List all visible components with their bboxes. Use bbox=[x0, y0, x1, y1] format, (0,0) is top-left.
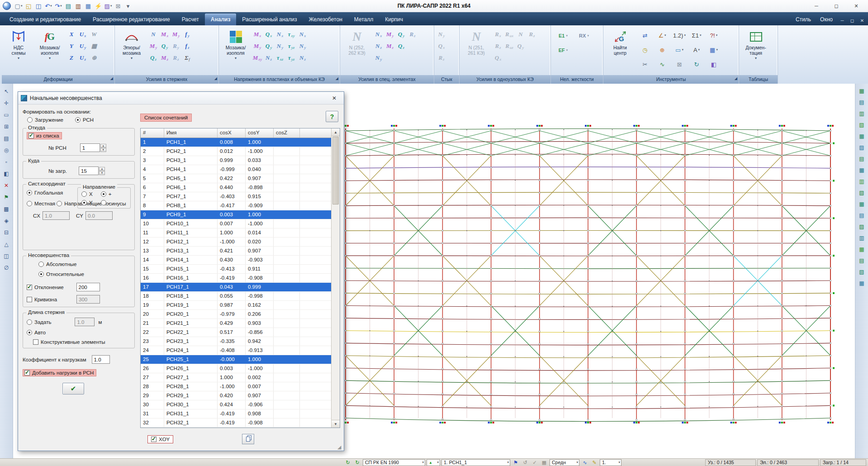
ribbon-tab-расширенный-анализ[interactable]: Расширенный анализ bbox=[236, 14, 303, 25]
scroll-up-icon[interactable]: ▲ bbox=[332, 128, 340, 136]
table-row-31[interactable]: 31РСН31_1-0.4190.908 bbox=[141, 409, 331, 418]
restore-icon[interactable]: ◻ bbox=[826, 0, 846, 12]
triangle-icon[interactable]: △ bbox=[2, 239, 11, 249]
doc-restore-icon[interactable]: ◻ bbox=[847, 15, 857, 25]
ribbon-letter-τxy[interactable]: τxy bbox=[286, 28, 297, 39]
from-list-checkbox[interactable]: из списка bbox=[27, 132, 62, 139]
tool-icon-11[interactable]: ✂ bbox=[636, 57, 654, 71]
add-loads-checkbox[interactable]: Добавить нагрузки в РСН bbox=[23, 369, 96, 376]
ribbon-tab-расчет[interactable]: Расчет bbox=[176, 14, 205, 25]
mode-select[interactable]: ▲▾ bbox=[427, 459, 440, 466]
coef-input[interactable]: 1.0 bbox=[92, 355, 110, 364]
app-logo-icon[interactable] bbox=[3, 2, 11, 10]
table-row-10[interactable]: 10РСН10_10.007-1.000 bbox=[141, 219, 331, 228]
tool-icon-3[interactable]: 1.2)▾ bbox=[671, 28, 688, 43]
ribbon-letter-Qz[interactable]: Qz bbox=[148, 52, 159, 63]
table-row-6[interactable]: 6РСН6_10.440-0.898 bbox=[141, 183, 331, 192]
doc-minimize-icon[interactable]: ─ bbox=[837, 15, 847, 25]
group-launcher-icon[interactable]: ◢ bbox=[214, 75, 217, 83]
table-disp-icon[interactable]: ▤ bbox=[857, 154, 867, 163]
ribbon-letter-Mx[interactable]: Mx bbox=[252, 28, 263, 39]
table-row-30[interactable]: 30РСН30_10.424-0.906 bbox=[141, 400, 331, 409]
column-header-cosY[interactable]: cosY bbox=[246, 128, 274, 138]
stiffness-ef-button[interactable]: EF▾ bbox=[553, 43, 574, 57]
tool-icon-15[interactable]: ◧ bbox=[705, 57, 722, 71]
ribbon-letter-Qy[interactable]: Qy bbox=[515, 40, 526, 51]
table-concrete-icon[interactable]: ▨ bbox=[857, 222, 867, 231]
ribbon-letter-X[interactable]: X bbox=[66, 28, 77, 39]
table-export-icon[interactable]: ▦ bbox=[857, 244, 867, 254]
radio-set-length[interactable]: Задать bbox=[27, 319, 51, 325]
empty-set-icon[interactable]: ∅ bbox=[2, 263, 11, 272]
ribbon-letter-My[interactable]: My bbox=[171, 28, 181, 39]
apply-button[interactable]: ✔ bbox=[62, 383, 84, 395]
ribbon-letter-My[interactable]: My bbox=[148, 40, 159, 51]
grid-state-icon[interactable]: ▦ bbox=[540, 459, 548, 466]
constructive-checkbox[interactable]: Конструктивные элементы bbox=[33, 339, 105, 345]
table-results-icon[interactable]: ▧ bbox=[857, 120, 867, 129]
column-header-#[interactable]: # bbox=[141, 128, 164, 138]
ribbon-letter-τxz[interactable]: τxz bbox=[275, 52, 285, 63]
average-select[interactable]: Средн▾ bbox=[550, 459, 579, 466]
deviation-checkbox[interactable]: Отклонение bbox=[27, 285, 64, 290]
table-row-24[interactable]: 24РСН24_1-0.408-0.913 bbox=[141, 346, 331, 355]
table-row-3[interactable]: 3РСН3_10.9990.033 bbox=[141, 156, 331, 165]
ribbon-tab-анализ[interactable]: Анализ bbox=[205, 14, 237, 25]
ribbon-letter-Nz[interactable]: Nz bbox=[263, 52, 274, 63]
table-row-29[interactable]: 29РСН29_10.4200.907 bbox=[141, 391, 331, 400]
ribbon-letter-Nx[interactable]: Nx bbox=[275, 28, 285, 39]
ribbon-letter-⊕[interactable]: ⊕ bbox=[89, 52, 100, 63]
dialog-title-bar[interactable]: Начальные несовершенства ✕ bbox=[18, 92, 344, 105]
half-view-icon[interactable]: ◧ bbox=[2, 169, 11, 178]
hatch-icon[interactable]: ▩ bbox=[2, 204, 11, 214]
table-row-5[interactable]: 5РСН5_10.4220.907 bbox=[141, 174, 331, 183]
table-row-21[interactable]: 21РСН21_10.4290.903 bbox=[141, 319, 331, 328]
ribbon-letter-Qy[interactable]: Qy bbox=[263, 40, 274, 51]
norm-select[interactable]: СП РК EN 1990▾ bbox=[363, 459, 425, 466]
table-row-13[interactable]: 13РСН13_10.4210.907 bbox=[141, 247, 331, 256]
group-launcher-icon[interactable]: ◢ bbox=[735, 75, 737, 83]
radio-relative[interactable]: Относительные bbox=[38, 271, 84, 277]
ribbon-letter-Ux[interactable]: Ux bbox=[77, 28, 88, 39]
table-doc-icon[interactable]: ▥ bbox=[857, 233, 867, 243]
table-print-icon[interactable]: ▧ bbox=[857, 267, 867, 276]
ribbon-letter-Mxy[interactable]: Mxy bbox=[252, 52, 263, 63]
frame-icon[interactable]: ▭ bbox=[2, 110, 11, 119]
doc-close-icon[interactable]: ✕ bbox=[857, 15, 867, 25]
stiffness-e1-button[interactable]: E1▾ bbox=[553, 29, 574, 43]
tab-style[interactable]: Стиль bbox=[791, 14, 816, 25]
table-row-19[interactable]: 19РСН19_10.9870.162 bbox=[141, 301, 331, 310]
table-row-26[interactable]: 26РСН26_10.003-1.000 bbox=[141, 364, 331, 373]
table-row-2[interactable]: 2РСН2_10.012-1.000 bbox=[141, 147, 331, 156]
ribbon-letter-Ny[interactable]: Ny bbox=[436, 28, 447, 39]
table-import-icon[interactable]: ▤ bbox=[857, 256, 867, 265]
ribbon-tab-кирпич[interactable]: Кирпич bbox=[379, 14, 409, 25]
ribbon-letter-fy[interactable]: fy bbox=[182, 28, 193, 39]
tool-icon-2[interactable]: ∠▾ bbox=[654, 28, 671, 43]
table-row-15[interactable]: 15РСН15_1-0.4130.911 bbox=[141, 265, 331, 274]
radio-rsn[interactable]: РСН bbox=[75, 117, 94, 123]
refresh-model-icon[interactable]: ↻ bbox=[353, 459, 361, 466]
table-row-17[interactable]: 17РСН17_10.0430.999 bbox=[141, 283, 331, 292]
table-nodes-icon[interactable]: ▦ bbox=[857, 86, 867, 95]
undo-state-icon[interactable]: ↺ bbox=[521, 459, 529, 466]
load-number-spinner[interactable]: ▲▼ bbox=[99, 167, 105, 175]
scroll-down-icon[interactable]: ▼ bbox=[332, 420, 340, 428]
ribbon-letter-Mz[interactable]: Mz bbox=[159, 52, 170, 63]
copy-button[interactable] bbox=[242, 434, 254, 444]
ribbon-letter-Ny[interactable]: Ny bbox=[297, 40, 308, 51]
ribbon-letter-Rz[interactable]: Rz bbox=[171, 52, 181, 63]
tool-icon-8[interactable]: ▭▾ bbox=[671, 43, 688, 57]
rsn-number-spinner[interactable]: ▲▼ bbox=[100, 144, 106, 152]
table-scrollbar[interactable]: ▲ ▼ bbox=[331, 128, 340, 428]
ribbon-letter-Qz[interactable]: Qz bbox=[396, 40, 407, 51]
xoy-checkbox[interactable]: XOY bbox=[147, 435, 173, 443]
dialog-resize-grip[interactable]: ◢ bbox=[337, 444, 343, 450]
open-icon[interactable]: ◱ bbox=[24, 1, 33, 11]
ribbon-letter-Ry[interactable]: Ry bbox=[171, 40, 181, 51]
notes-icon[interactable]: ▦ bbox=[83, 1, 93, 11]
table-stress-icon[interactable]: ▨ bbox=[857, 143, 867, 152]
column-header-cosZ[interactable]: cosZ bbox=[274, 128, 300, 138]
lock-icon[interactable]: ⊠ bbox=[113, 1, 123, 11]
ribbon-letter-Rux[interactable]: Rux bbox=[504, 28, 515, 39]
